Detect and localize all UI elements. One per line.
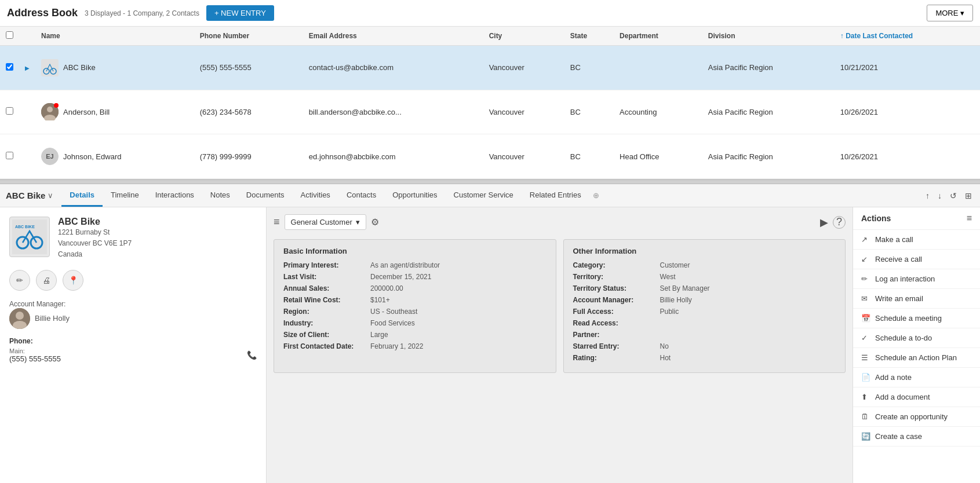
map-button[interactable]: 📍 [63, 270, 83, 291]
info-label: Primary Interest: [283, 261, 370, 269]
center-panel: ≡ General Customer ▾ ⚙ ▶ ? Basic Informa… [267, 207, 853, 483]
more-button[interactable]: MORE ▾ [927, 5, 973, 21]
edit-button[interactable]: ✏ [9, 270, 30, 291]
action-create-a-case[interactable]: 🔄Create a case [853, 427, 980, 447]
info-label: Territory: [573, 273, 660, 281]
action-schedule-a-meeting[interactable]: 📅Schedule a meeting [853, 309, 980, 328]
company-logo: ABC BIKE [9, 217, 50, 257]
action-label: Add a note [875, 373, 912, 382]
info-value: Billie Holly [660, 296, 692, 304]
phone-type-label: Main: [9, 347, 61, 354]
tab-interactions[interactable]: Interactions [147, 185, 202, 207]
info-value: Customer [660, 261, 690, 269]
table-row[interactable]: EJJohnson, Edward(778) 999-9999ed.johnso… [0, 134, 980, 179]
phone-main-number: (555) 555-5555 [9, 354, 61, 363]
col-header-department[interactable]: Department [614, 27, 702, 46]
col-header-city[interactable]: City [483, 27, 564, 46]
row-division: Asia Pacific Region [702, 46, 835, 90]
scroll-down-button[interactable]: ↓ [935, 190, 944, 202]
info-value: Hot [660, 354, 671, 362]
info-label: Full Access: [573, 308, 660, 316]
tab-controls: ↑ ↓ ↺ ⊞ [923, 190, 974, 202]
table-row[interactable]: ▶ABC Bike(555) 555-5555contact-us@abcbik… [0, 46, 980, 90]
customer-type-dropdown[interactable]: General Customer ▾ [285, 214, 366, 230]
row-city: Vancouver [483, 46, 564, 90]
row-name: Anderson, Bill [63, 108, 110, 116]
info-value: December 15, 2021 [370, 273, 431, 281]
row-checkbox[interactable] [6, 63, 13, 71]
tab-contacts[interactable]: Contacts [338, 185, 384, 207]
layout-button[interactable]: ⊞ [963, 190, 974, 202]
action-label: Make a call [875, 235, 913, 244]
info-field-row: Account Manager:Billie Holly [573, 296, 836, 304]
new-entry-button[interactable]: + NEW ENTRY [206, 5, 274, 21]
row-email: contact-us@abcbike.com [303, 46, 483, 90]
action-log-an-interaction[interactable]: ✏Log an interaction [853, 269, 980, 289]
help-icon[interactable]: ? [833, 216, 846, 229]
actions-menu-icon[interactable]: ≡ [967, 213, 972, 224]
record-count: 3 Displayed - 1 Company, 2 Contacts [85, 9, 199, 17]
col-header-name[interactable]: Name [35, 27, 194, 46]
company-logo-small [41, 59, 59, 76]
info-field-row: Primary Interest:As an agent/distributor [283, 261, 547, 269]
action-icon: ↗ [861, 235, 870, 244]
row-expand-arrow[interactable]: ▶ [19, 46, 35, 90]
basic-information-card: Basic Information Primary Interest:As an… [274, 239, 556, 373]
info-value: No [660, 342, 669, 350]
col-header-division[interactable]: Division [702, 27, 835, 46]
company-name: ABC Bike [58, 217, 132, 227]
table-row[interactable]: Anderson, Bill(623) 234-5678bill.anderso… [0, 90, 980, 134]
action-add-a-document[interactable]: ⬆Add a document [853, 387, 980, 407]
filter-icon[interactable]: ≡ [274, 216, 280, 228]
tab-details[interactable]: Details [61, 185, 103, 207]
entity-dropdown-icon[interactable]: ∨ [48, 191, 53, 200]
tab-documents[interactable]: Documents [238, 185, 293, 207]
col-header-email[interactable]: Email Address [303, 27, 483, 46]
customer-type-label: General Customer [291, 218, 352, 226]
info-field-row: Annual Sales:200000.00 [283, 284, 547, 292]
avatar [41, 103, 59, 120]
action-create-an-opportunity[interactable]: 🗓Create an opportunity [853, 407, 980, 427]
actions-title: Actions [861, 214, 891, 223]
tab-bar: ABC Bike ∨ DetailsTimelineInteractionsNo… [0, 184, 980, 207]
row-expand-arrow[interactable] [19, 134, 35, 179]
info-field-row: Region:US - Southeast [283, 308, 547, 316]
tab-activities[interactable]: Activities [293, 185, 338, 207]
add-tab-button[interactable]: ⊕ [589, 186, 603, 204]
action-schedule-a-to-do[interactable]: ✓Schedule a to-do [853, 328, 980, 348]
info-label: Rating: [573, 354, 660, 362]
svg-point-11 [16, 312, 24, 320]
refresh-button[interactable]: ↺ [948, 190, 959, 202]
action-schedule-an-action-plan[interactable]: ☰Schedule an Action Plan [853, 348, 980, 368]
gear-icon[interactable]: ⚙ [371, 217, 379, 228]
phone-icon[interactable]: 📞 [247, 350, 257, 360]
tab-related-entries[interactable]: Related Entries [522, 185, 589, 207]
print-button[interactable]: 🖨 [36, 270, 57, 291]
info-field-row: Rating:Hot [573, 354, 836, 362]
info-label: Industry: [283, 319, 370, 327]
video-icon[interactable]: ▶ [820, 216, 828, 229]
action-add-a-note[interactable]: 📄Add a note [853, 368, 980, 387]
company-header: ABC BIKE ABC Bike 1221 Burnaby St Vancou… [9, 217, 257, 261]
info-field-row: Territory:West [573, 273, 836, 281]
action-receive-a-call[interactable]: ↙Receive a call [853, 250, 980, 269]
action-write-an-email[interactable]: ✉Write an email [853, 289, 980, 309]
info-label: Size of Client: [283, 331, 370, 339]
tab-notes[interactable]: Notes [202, 185, 238, 207]
tab-opportunities[interactable]: Opportunities [384, 185, 445, 207]
scroll-up-button[interactable]: ↑ [923, 190, 932, 202]
select-all-header[interactable] [0, 27, 19, 46]
action-make-a-call[interactable]: ↗Make a call [853, 230, 980, 250]
row-checkbox[interactable] [6, 107, 13, 115]
row-expand-arrow[interactable] [19, 90, 35, 134]
tab-customer-service[interactable]: Customer Service [446, 185, 522, 207]
col-header-phone[interactable]: Phone Number [194, 27, 303, 46]
row-division: Asia Pacific Region [702, 134, 835, 179]
row-checkbox[interactable] [6, 152, 13, 159]
col-header-state[interactable]: State [564, 27, 614, 46]
select-all-checkbox[interactable] [6, 31, 13, 39]
company-address1: 1221 Burnaby St [58, 227, 132, 238]
entity-name: ABC Bike [6, 191, 45, 200]
col-header-date[interactable]: ↑ Date Last Contacted [835, 27, 980, 46]
tab-timeline[interactable]: Timeline [103, 185, 147, 207]
